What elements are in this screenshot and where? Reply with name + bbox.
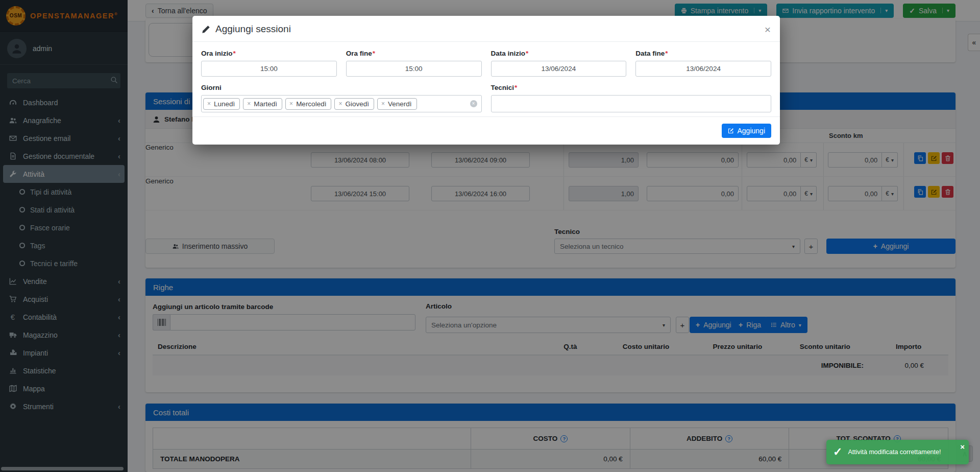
- required-asterisk: *: [514, 84, 517, 91]
- modal-submit-button[interactable]: Aggiungi: [722, 124, 772, 138]
- remove-tag-icon[interactable]: ×: [381, 100, 385, 107]
- ora-fine-field: Ora fine*: [346, 50, 482, 77]
- success-toast: ✓ Attività modificata correttamente! ×: [826, 440, 969, 464]
- ora-inizio-field: Ora inizio*: [201, 50, 337, 77]
- day-tag: ×Giovedì: [334, 98, 374, 110]
- add-sessions-modal: Aggiungi sessioni × Ora inizio* Ora fine…: [192, 16, 780, 145]
- ora-fine-input[interactable]: [346, 61, 482, 77]
- clear-all-tags-icon[interactable]: ×: [470, 100, 477, 107]
- data-fine-field: Data fine*: [635, 50, 771, 77]
- close-toast-button[interactable]: ×: [960, 442, 965, 451]
- required-asterisk: *: [233, 50, 236, 57]
- edit-icon: [728, 128, 734, 134]
- day-tag: ×Venerdì: [377, 98, 417, 110]
- data-inizio-input[interactable]: [491, 61, 627, 77]
- app-window: OSM OpenSTAManager® admin Dashboard Anag…: [0, 0, 980, 472]
- required-asterisk: *: [665, 50, 668, 57]
- pencil-icon: [202, 25, 210, 34]
- ora-inizio-input[interactable]: [201, 61, 337, 77]
- modal-title: Aggiungi sessioni: [202, 23, 291, 35]
- remove-tag-icon[interactable]: ×: [289, 100, 293, 107]
- data-inizio-field: Data inizio*: [491, 50, 627, 77]
- giorni-tag-select[interactable]: ×Lunedì ×Martedì ×Mercoledì ×Giovedì ×Ve…: [201, 95, 482, 112]
- remove-tag-icon[interactable]: ×: [207, 100, 211, 107]
- remove-tag-icon[interactable]: ×: [247, 100, 251, 107]
- giorni-field: Giorni ×Lunedì ×Martedì ×Mercoledì ×Giov…: [201, 84, 482, 112]
- day-tag: ×Martedì: [243, 98, 282, 110]
- toast-message: Attività modificata correttamente!: [848, 449, 941, 456]
- close-modal-button[interactable]: ×: [765, 24, 771, 35]
- tecnici-select[interactable]: [491, 95, 772, 112]
- day-tag: ×Lunedì: [203, 98, 240, 110]
- remove-tag-icon[interactable]: ×: [338, 100, 342, 107]
- required-asterisk: *: [526, 50, 528, 57]
- day-tag: ×Mercoledì: [285, 98, 331, 110]
- check-icon: ✓: [833, 445, 842, 459]
- data-fine-input[interactable]: [635, 61, 771, 77]
- required-asterisk: *: [373, 50, 375, 57]
- tecnici-field: Tecnici*: [491, 84, 772, 112]
